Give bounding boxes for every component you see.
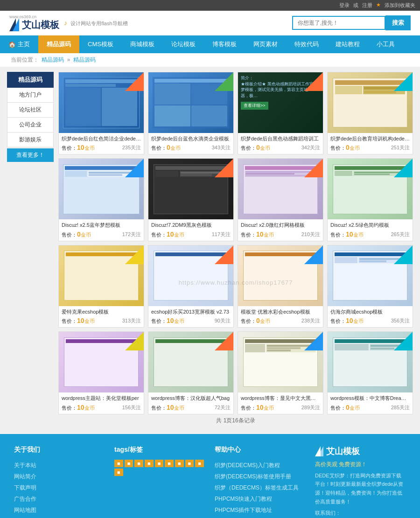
product-card-7[interactable]: Discuz! x2.0微红灯网格模板 售价：10金币 210关注 [238,158,323,241]
product-card-13[interactable]: wordpress主题站：美化堂模板per 售价：10金币 156关注 [58,331,144,414]
footer-tag-10[interactable]: ■ [114,469,123,476]
footer-tag-2[interactable]: ■ [125,460,133,467]
coin-label-14: 金币 [174,405,184,411]
product-follows-5: 172关注 [122,231,141,238]
footer-link-about[interactable]: 关于本站 [14,460,105,471]
footer-brand-desc: DEDE艾织梦：打造网内免费资源下载平台！时刻更新最新最全织梦dede从资源！迎… [315,471,406,506]
footer-link-sitemap[interactable]: 网站地图 [14,504,105,516]
add-favorite-link[interactable]: 添加到收藏夹 [385,2,415,9]
badge-triangle-15 [304,332,323,350]
footer-tag-7[interactable]: ■ [175,460,184,467]
product-title-15: wordpress博客：显见中文大黑WPC [241,395,320,402]
product-info-10: ecshop好乐买2013宽屏模板 v2.73 售价：10金币 90关注 [148,306,233,327]
footer-tag-9[interactable]: ■ [195,460,204,467]
footer-tag-4[interactable]: ■ [145,460,154,467]
footer-link-search[interactable]: 高级搜索 [14,516,105,518]
product-card-1[interactable]: 织梦dede后台红色简洁企业dedecm 售价：10金币 235关注 [58,72,144,154]
product-card-16[interactable]: wordpress模板：中文博客Dream-b 售价：0金币 285关注 [327,331,413,414]
sidebar-item-company[interactable]: 公司企业 [7,118,54,133]
product-follows-7: 210关注 [301,231,320,238]
footer-tag-1[interactable]: ■ [114,460,123,467]
search-button[interactable]: 搜索 [385,15,411,30]
product-title-6: Discuz!7.2DM9黑灰色模板 [151,222,231,229]
footer-help-link-1[interactable]: 织梦(DEDECMS)入门教程 [215,460,306,471]
footer-tag-8[interactable]: ■ [185,460,194,467]
badge-10 [215,245,233,264]
product-price-1: 售价：10金币 [62,144,95,152]
product-card-5[interactable]: Discuz! x2.5蓝年梦想模板 售价：0金币 172关注 [58,158,144,241]
product-follows-2: 343关注 [212,144,231,151]
product-card-9[interactable]: 爱特克果ecshop模板 售价：10金币 313关注 [58,245,144,328]
badge-6 [215,159,233,177]
product-follows-6: 117关注 [212,231,231,238]
product-follows-15: 289关注 [301,404,320,411]
main-content: 精品源码 地方门户 论坛社区 公司企业 影游娱乐 查看更多！ [0,67,420,434]
footer-tag-6[interactable]: ■ [165,460,174,467]
search-input[interactable] [292,16,385,30]
product-title-4: 织梦dede后台教育培训机构dedecm [330,135,410,142]
footer-link-brief[interactable]: 网站简介 [14,471,105,482]
product-card-12[interactable]: 仿海尔商城ecshop模板 售价：10金币 356关注 [327,245,413,328]
nav-home[interactable]: 🏠 主页 [0,35,38,53]
or-text: 或 [353,2,358,9]
badge-2 [215,72,233,91]
product-card-15[interactable]: wordpress博客：显见中文大黑WPC 售价：10金币 289关注 [238,331,323,414]
badge-11 [304,245,323,264]
sidebar-item-forum[interactable]: 论坛社区 [7,103,54,118]
breadcrumb-parent[interactable]: 精品源码 [42,56,64,63]
price-num-8: 10 [346,231,353,238]
badge-triangle-2 [215,72,233,91]
nav-web[interactable]: 网页素材 [245,35,286,53]
footer-help-link-3[interactable]: 织梦（DEDECMS）标签生成工具 [215,482,306,493]
nav-tutorial[interactable]: 建站教程 [327,35,368,53]
sidebar-item-entertainment[interactable]: 影游娱乐 [7,133,54,147]
product-card-11[interactable]: 模板堂 优雅水彩会ecshop模板 售价：0金币 238关注 [238,245,323,328]
register-link[interactable]: 注册 [362,2,372,9]
breadcrumb-current[interactable]: 精品源码 [73,56,96,63]
price-num-4: 0 [346,144,350,151]
product-card-6[interactable]: Discuz!7.2DM9黑灰色模板 售价：10金币 117关注 [148,158,234,241]
nav-tools[interactable]: 小工具 [368,35,403,53]
price-num-16: 0 [346,404,350,411]
product-price-7: 售价：10金币 [241,231,274,238]
product-meta-7: 售价：10金币 210关注 [241,231,320,238]
footer-link-ad[interactable]: 广告合作 [14,493,105,504]
product-title-11: 模板堂 优雅水彩会ecshop模板 [241,308,320,315]
product-card-8[interactable]: Discuz! x2.5绿色简约模板 售价：10金币 265关注 [327,158,413,241]
star-separator: ★ [376,2,381,9]
main-nav: 🏠 主页 精品源码 CMS模板 商城模板 论坛模板 博客模板 网页素材 特效代码… [0,35,420,53]
product-card-10[interactable]: ecshop好乐买2013宽屏模板 v2.73 售价：10金币 90关注 [148,245,234,328]
footer-tag-3[interactable]: ■ [134,460,143,467]
nav-cms[interactable]: CMS模板 [79,35,122,53]
nav-code[interactable]: 特效代码 [286,35,327,53]
footer-help-link-4[interactable]: PHPCMS快速入门教程 [215,493,306,504]
sidebar-more[interactable]: 查看更多！ [7,148,54,162]
product-meta-1: 售价：10金币 235关注 [62,144,141,152]
product-info-7: Discuz! x2.0微红灯网格模板 售价：10金币 210关注 [238,219,323,240]
footer-link-download[interactable]: 下载声明 [14,482,105,493]
price-num-7: 10 [256,231,264,238]
badge-triangle-5 [125,159,144,177]
footer-help-link-6[interactable]: 帝国CMS使用教程 [215,516,306,518]
nav-shop[interactable]: 商城模板 [122,35,163,53]
nav-home-icon: 🏠 [8,41,16,48]
product-card-2[interactable]: 织梦dede后台蓝色水滴类企业模板 售价：0金币 343关注 [148,72,234,154]
footer-tag-5[interactable]: ■ [155,460,164,467]
price-num-1: 10 [77,144,84,151]
product-price-16: 售价：0金币 [330,404,360,412]
footer-about: 关于我们 关于本站 网站简介 下载声明 广告合作 网站地图 高级搜索 友情链接 [14,446,105,518]
sidebar-title: 精品源码 [7,72,54,88]
login-link[interactable]: 登录 [339,2,350,9]
product-price-5: 售价：0金币 [62,231,91,238]
product-card-4[interactable]: 织梦dede后台教育培训机构dedecm 售价：0金币 251关注 [327,72,413,154]
nav-blog[interactable]: 博客模板 [204,35,245,53]
product-title-16: wordpress模板：中文博客Dream-b [330,395,410,402]
nav-forum[interactable]: 论坛模板 [163,35,204,53]
product-card-14[interactable]: wordpress博客：汉化版超人气bag 售价：10金币 72关注 [148,331,234,414]
footer-help-link-5[interactable]: PHPCMS插件下载地址 [215,504,306,516]
product-card-3[interactable]: 简介： ★模板介绍★ 黑色动感舞蹈培训工作室 梦模板，测试完美无插，第容主页地 … [238,72,323,154]
footer-help-link-2[interactable]: 织梦(DEDECMS)标签使用手册 [215,471,306,482]
sidebar-item-portal[interactable]: 地方门户 [7,88,54,103]
nav-premium[interactable]: 精品源码 [38,35,79,53]
pagination-text: 共 1页16条记录 [216,417,255,424]
